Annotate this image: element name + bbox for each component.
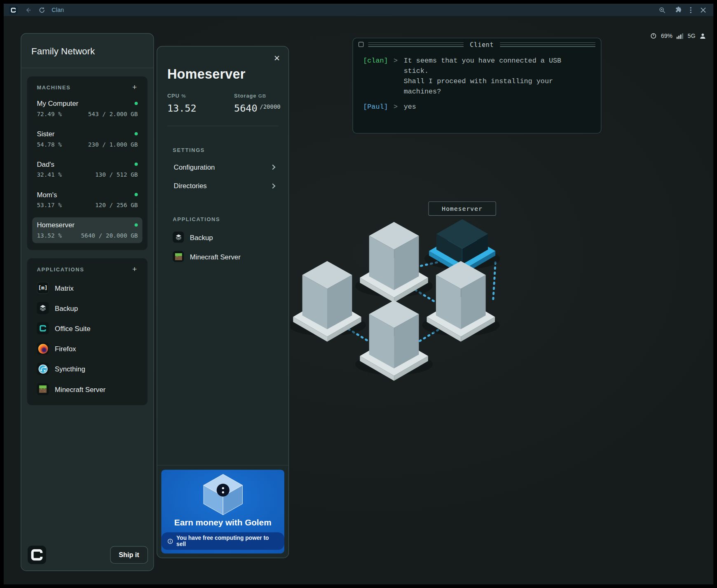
cpu-stat: CPU% 13.52 (167, 93, 234, 114)
configuration-row[interactable]: Configuration (173, 157, 277, 176)
client-terminal-window: Client [clan] > It seems that you have c… (352, 38, 601, 134)
sidebar-footer: Ship it (28, 546, 148, 564)
applications-section: APPLICATIONS + [m] Matrix Backup (27, 258, 148, 405)
zoom-icon[interactable] (659, 7, 665, 13)
promo-badge: You have free computing power to sell (161, 532, 284, 550)
diagram-node-label: Homeserver (429, 202, 496, 216)
reload-icon[interactable] (39, 7, 45, 13)
titlebar-lines (500, 42, 595, 47)
terminal-message-clan: [clan] > It seems that you have connecte… (363, 56, 594, 97)
terminal-message-paul: [Paul] > yes (363, 102, 594, 112)
cpu-usage: 72.49 % (37, 110, 61, 117)
browser-toolbar: Clan (4, 4, 713, 16)
storage-usage: 543 / 2.000 GB (88, 110, 138, 117)
application-item-backup[interactable]: Backup (32, 298, 142, 318)
window-frame: Clan 69% 5G Family Networ (4, 4, 713, 584)
status-indicators: 69% 5G (650, 33, 706, 39)
terminal-title: Client (468, 41, 496, 48)
machine-item-homeserver[interactable]: Homeserver 13.52 %5640 / 20.000 GB (32, 217, 142, 243)
office-suite-icon (37, 322, 49, 334)
directories-row[interactable]: Directories (173, 176, 277, 195)
window-title: Clan (52, 7, 64, 14)
matrix-icon: [m] (37, 282, 49, 294)
prompt-paul: [Paul] (363, 102, 389, 112)
storage-value: 5640/20000 (234, 103, 281, 114)
machine-item-dads[interactable]: Dad's 32.41 %130 / 512 GB (32, 156, 142, 182)
panel-title: Family Network (21, 34, 153, 68)
svg-text:Homeserver: Homeserver (442, 205, 483, 212)
window-close-icon[interactable] (701, 7, 706, 12)
network-diagram[interactable]: Homeserver (291, 198, 512, 396)
application-item-firefox[interactable]: Firefox (32, 338, 142, 359)
promo-title: Earn money with Golem (174, 518, 272, 528)
network-type: 5G (688, 33, 696, 39)
applications-header: APPLICATIONS (37, 266, 84, 272)
vault-illustration (188, 474, 258, 516)
add-application-button[interactable]: + (131, 265, 138, 273)
signal-bars-icon (677, 33, 684, 39)
online-status-dot (135, 132, 138, 135)
online-status-dot (135, 223, 138, 226)
syncthing-icon (37, 363, 49, 375)
chevron-right-icon (270, 164, 276, 170)
clan-c-icon (11, 7, 16, 12)
info-icon (167, 538, 173, 544)
terminal-window-icon[interactable] (358, 42, 363, 47)
detail-header: Homeserver CPU% 13.52 StorageGB 5640/200… (157, 47, 288, 126)
machine-item-moms[interactable]: Mom's 53.17 %120 / 256 GB (32, 187, 142, 213)
cpu-usage: 32.41 % (37, 171, 61, 178)
chevron-right-icon (270, 183, 276, 189)
app-window: Clan 69% 5G Family Networ (0, 0, 717, 588)
detail-title: Homeserver (167, 67, 279, 82)
extensions-icon[interactable] (674, 7, 681, 14)
family-network-panel: Family Network MACHINES + My Computer 72… (21, 33, 154, 571)
storage-usage: 130 / 512 GB (95, 171, 138, 178)
app-favicon (9, 6, 17, 14)
promo-area: Earn money with Golem You have free comp… (157, 465, 288, 558)
ship-it-button[interactable]: Ship it (110, 546, 148, 563)
close-icon[interactable]: ✕ (274, 54, 280, 63)
gauge-icon (650, 33, 657, 39)
detail-app-minecraft-server[interactable]: Minecraft Server (173, 247, 277, 266)
prompt-clan: [clan] (363, 56, 389, 97)
titlebar-lines (368, 42, 464, 47)
online-status-dot (135, 193, 138, 196)
backup-icon (173, 232, 184, 243)
settings-header: SETTINGS (173, 147, 277, 153)
application-item-minecraft-server[interactable]: Minecraft Server (32, 379, 142, 399)
toolbar-actions (659, 7, 713, 14)
user-icon (700, 33, 706, 39)
machines-header: MACHINES (37, 84, 70, 90)
detail-body: SETTINGS Configuration Directories APPLI… (157, 126, 288, 266)
machine-item-sister[interactable]: Sister 54.78 %230 / 1.000 GB (32, 126, 142, 152)
storage-usage: 120 / 256 GB (95, 202, 138, 209)
cpu-usage: 13.52 % (37, 232, 61, 239)
storage-usage: 5640 / 20.000 GB (81, 232, 138, 239)
app-content: 69% 5G Family Network MACHINES + My Comp… (4, 16, 713, 584)
terminal-titlebar[interactable]: Client (353, 38, 601, 51)
cpu-usage: 53.17 % (37, 202, 61, 209)
application-item-office-suite[interactable]: Office Suite (32, 318, 142, 338)
back-icon[interactable] (25, 7, 31, 13)
machine-item-my-computer[interactable]: My Computer 72.49 %543 / 2.000 GB (32, 96, 142, 122)
terminal-output: [clan] > It seems that you have connecte… (353, 51, 601, 112)
detail-app-backup[interactable]: Backup (173, 227, 277, 247)
machines-section: MACHINES + My Computer 72.49 %543 / 2.00… (27, 77, 148, 250)
detail-applications-header: APPLICATIONS (173, 217, 277, 222)
cpu-usage: 54.78 % (37, 141, 61, 148)
storage-usage: 230 / 1.000 GB (88, 141, 138, 148)
firefox-icon (37, 343, 49, 355)
cpu-value: 13.52 (167, 103, 234, 114)
online-status-dot (135, 163, 138, 166)
minecraft-icon (173, 251, 184, 262)
add-machine-button[interactable]: + (131, 83, 138, 91)
application-item-syncthing[interactable]: Syncthing (32, 359, 142, 379)
application-item-matrix[interactable]: [m] Matrix (32, 278, 142, 298)
minecraft-icon (37, 383, 49, 395)
storage-total: /20000 (260, 103, 280, 110)
storage-stat: StorageGB 5640/20000 (234, 93, 281, 114)
backup-icon (37, 302, 49, 314)
golem-promo-card[interactable]: Earn money with Golem You have free comp… (161, 470, 284, 554)
clan-logo (28, 546, 46, 564)
menu-kebab-icon[interactable] (690, 7, 691, 13)
